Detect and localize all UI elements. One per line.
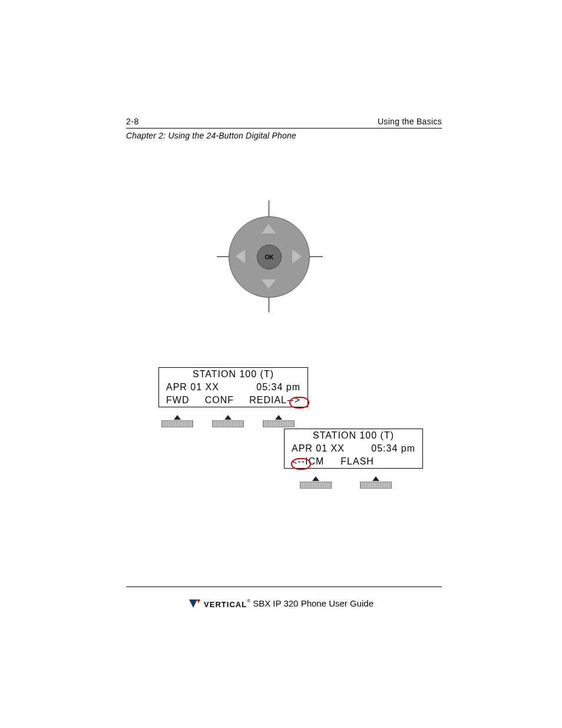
registered-mark: ® [247,598,250,604]
softkey-button [361,476,391,489]
lcd2-line1: STATION 100 (T) [285,429,422,442]
arrow-up-icon [275,415,282,420]
footer-title: SBX IP 320 Phone User Guide [253,598,373,608]
arrow-left-icon [236,249,245,263]
ok-button: OK [257,245,282,269]
lcd2-soft2: FLASH [340,456,374,467]
arrow-up-icon [174,415,181,420]
lcd-display-1: STATION 100 (T) APR 01 XX 05:34 pm FWD C… [158,367,308,407]
page-number: 2-8 [126,117,139,126]
highlight-oval-2 [291,458,311,470]
logo-brand-text: VERTICAL [204,600,247,609]
lcd2-line2: APR 01 XX 05:34 pm [285,442,422,455]
softkey-row-1 [162,415,294,427]
softkey-bar [212,420,244,427]
softkey-bar [161,420,193,427]
arrow-up-icon [312,476,319,481]
softkey-button [263,415,294,427]
lcd2-date: APR 01 XX [292,443,345,454]
lcd1-line2: APR 01 XX 05:34 pm [159,381,308,394]
vertical-logo-icon [189,599,201,610]
footer-rule [126,587,442,587]
softkey-button [213,415,243,427]
footer: VERTICAL® SBX IP 320 Phone User Guide [0,598,562,610]
lcd1-date: APR 01 XX [166,382,219,393]
softkey-bar [360,482,392,489]
lcd1-time: 05:34 pm [256,382,300,393]
softkey-row-2 [300,476,391,489]
arrow-up-icon [224,415,232,420]
header-rule [126,128,442,129]
arrow-down-icon [262,279,276,289]
nav-button-figure: OK [229,206,335,312]
arrow-up-icon [262,224,276,233]
lcd1-soft1: FWD [166,395,189,406]
highlight-oval-1 [289,397,309,409]
section-title: Using the Basics [378,117,442,126]
softkey-bar [263,420,295,427]
softkey-bar [300,482,332,489]
lcd1-line3: FWD CONF REDIAL--> [159,394,308,407]
lcd2-time: 05:34 pm [371,443,415,454]
arrow-up-icon [372,476,379,481]
lcd1-soft2: CONF [205,395,234,406]
chapter-title: Chapter 2: Using the 24-Button Digital P… [126,131,296,140]
lcd1-soft3: REDIAL [249,395,287,405]
arrow-right-icon [292,249,302,263]
softkey-button [300,476,331,489]
softkey-button [162,415,193,427]
lcd1-line1: STATION 100 (T) [159,368,308,381]
